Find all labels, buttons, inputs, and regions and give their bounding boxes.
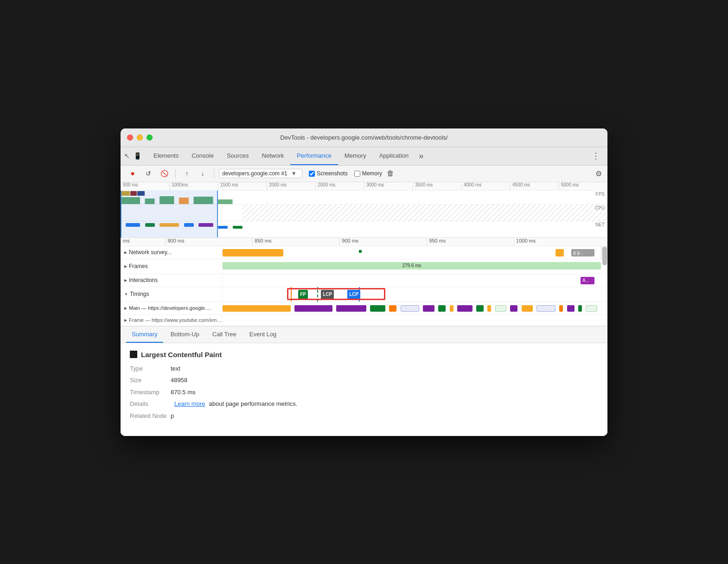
devtools-body: ↖ 📱 Elements Console Sources Network Per… bbox=[121, 147, 607, 436]
detail-tick-1000: 1000 ms bbox=[514, 238, 601, 246]
size-value: 48958 bbox=[171, 376, 187, 385]
main-task-6 bbox=[401, 305, 420, 312]
record-button[interactable]: ● bbox=[126, 167, 139, 180]
tabbar: ↖ 📱 Elements Console Sources Network Per… bbox=[121, 147, 607, 166]
tab-elements[interactable]: Elements bbox=[147, 147, 185, 165]
tab-application[interactable]: Application bbox=[373, 147, 415, 165]
tab-sources[interactable]: Sources bbox=[220, 147, 255, 165]
ruler-tick-1500: 1500 ms bbox=[218, 182, 267, 190]
dropdown-chevron-icon: ▼ bbox=[291, 170, 297, 177]
frames-row: ▶ Frames 279.6 ms bbox=[121, 259, 607, 274]
main-task-2 bbox=[294, 305, 332, 312]
overview-tracks: FPS bbox=[121, 191, 607, 238]
main-task-3 bbox=[336, 305, 366, 312]
timings-row: ▼ Timings FP LCP LCP bbox=[121, 287, 607, 302]
timestamp-value: 870.5 ms bbox=[171, 388, 195, 397]
memory-checkbox[interactable] bbox=[354, 171, 360, 177]
main-thread-label[interactable]: ▶ Main — https://developers.google.com/w… bbox=[121, 302, 223, 314]
interactions-content: A... bbox=[223, 274, 601, 287]
ruler-tick-3500: 3500 ms bbox=[413, 182, 461, 190]
fp-badge: FP bbox=[298, 290, 308, 299]
frames-label[interactable]: ▶ Frames bbox=[121, 259, 223, 274]
interactions-row: ▶ Interactions A... bbox=[121, 274, 607, 287]
detail-ruler: ms 800 ms 850 ms 900 ms 950 ms 1000 ms bbox=[121, 238, 607, 246]
details-key: Details bbox=[130, 399, 167, 409]
kebab-menu-button[interactable]: ⋮ bbox=[588, 151, 604, 161]
main-task-8 bbox=[438, 305, 446, 312]
tab-event-log[interactable]: Event Log bbox=[244, 326, 282, 343]
main-task-20 bbox=[586, 305, 597, 312]
upload-button[interactable]: ↑ bbox=[180, 167, 193, 180]
main-task-18 bbox=[567, 305, 575, 312]
detail-tick-ms: ms bbox=[121, 238, 165, 246]
tab-network[interactable]: Network bbox=[255, 147, 291, 165]
main-task-16 bbox=[536, 305, 556, 312]
details-panel: Largest Contentful Paint Type text Size … bbox=[121, 343, 607, 436]
download-button[interactable]: ↓ bbox=[196, 167, 209, 180]
clear-button[interactable]: 🚫 bbox=[158, 167, 171, 180]
learn-more-link[interactable]: Learn more bbox=[174, 399, 205, 409]
svg-rect-5 bbox=[218, 199, 233, 204]
network-triangle-icon: ▶ bbox=[124, 250, 127, 255]
size-key: Size bbox=[130, 376, 167, 385]
devtools-window: DevTools - developers.google.com/web/too… bbox=[121, 128, 607, 436]
main-thread-content bbox=[223, 302, 601, 314]
reload-button[interactable]: ↺ bbox=[142, 167, 155, 180]
main-task-7 bbox=[423, 305, 434, 312]
device-icon[interactable]: 📱 bbox=[134, 152, 141, 160]
timestamp-key: Timestamp bbox=[130, 388, 167, 397]
network-gray-bar: g g... bbox=[571, 249, 594, 256]
screenshots-checkbox[interactable] bbox=[309, 171, 315, 177]
lcp-icon bbox=[130, 351, 137, 358]
green-dashed-line bbox=[317, 287, 318, 301]
interaction-bar: A... bbox=[581, 277, 594, 284]
details-type-row: Type text bbox=[130, 364, 598, 373]
related-key: Related Node bbox=[130, 411, 167, 421]
toolbar: ● ↺ 🚫 ↑ ↓ developers.google.com #1 ▼ Scr… bbox=[121, 166, 607, 182]
detail-tick-900: 900 ms bbox=[339, 238, 427, 246]
cursor-icon[interactable]: ↖ bbox=[124, 152, 130, 160]
settings-button[interactable]: ⚙ bbox=[595, 169, 602, 178]
timeline-overview[interactable]: 500 ms 1000ms 1500 ms 2000 ms 2500 ms 30… bbox=[121, 182, 607, 238]
screenshots-label[interactable]: Screenshots bbox=[309, 170, 348, 177]
main-task-5 bbox=[389, 305, 396, 312]
minimize-button[interactable] bbox=[137, 135, 143, 141]
interactions-label[interactable]: ▶ Interactions bbox=[121, 274, 223, 287]
lcp-dark-badge: LCP bbox=[321, 290, 334, 299]
details-title: Largest Contentful Paint bbox=[130, 351, 598, 359]
window-title: DevTools - developers.google.com/web/too… bbox=[280, 134, 447, 141]
detail-tick-800: 800 ms bbox=[165, 238, 252, 246]
frame-url-label[interactable]: ▶ Frame — https://www.youtube.com/embed/… bbox=[121, 315, 223, 326]
tab-console[interactable]: Console bbox=[185, 147, 220, 165]
ruler-tick-5000: 5000 ms bbox=[559, 182, 607, 190]
tab-call-tree[interactable]: Call Tree bbox=[207, 326, 242, 343]
timings-label[interactable]: ▼ Timings bbox=[121, 287, 223, 301]
tab-bottom-up[interactable]: Bottom-Up bbox=[165, 326, 205, 343]
main-task-17 bbox=[559, 305, 563, 312]
memory-label[interactable]: Memory bbox=[354, 170, 382, 177]
detail-tick-950: 950 ms bbox=[427, 238, 514, 246]
maximize-button[interactable] bbox=[147, 135, 153, 141]
network-survey-row: ▶ Network survey... g g... bbox=[121, 246, 607, 259]
url-select[interactable]: developers.google.com #1 ▼ bbox=[219, 169, 302, 178]
scrollbar[interactable] bbox=[601, 246, 607, 259]
main-task-12 bbox=[487, 305, 491, 312]
network-survey-label[interactable]: ▶ Network survey... bbox=[121, 246, 223, 259]
close-button[interactable] bbox=[127, 135, 133, 141]
main-task-14 bbox=[510, 305, 517, 312]
screenshots-checkbox-group: Screenshots bbox=[309, 170, 348, 177]
details-size-row: Size 48958 bbox=[130, 376, 598, 385]
url-value: developers.google.com #1 bbox=[222, 170, 287, 177]
main-task-13 bbox=[495, 305, 506, 312]
interactions-triangle-icon: ▶ bbox=[124, 278, 127, 282]
timeline-detail: ms 800 ms 850 ms 900 ms 950 ms 1000 ms ▶… bbox=[121, 238, 607, 327]
tab-summary[interactable]: Summary bbox=[126, 326, 163, 343]
bottom-tabs: Summary Bottom-Up Call Tree Event Log bbox=[121, 327, 607, 343]
tab-memory[interactable]: Memory bbox=[338, 147, 373, 165]
trash-button[interactable]: 🗑 bbox=[387, 169, 394, 178]
overview-selection bbox=[121, 191, 218, 238]
tab-more-button[interactable]: » bbox=[415, 151, 427, 161]
main-task-1 bbox=[223, 305, 291, 312]
tab-performance[interactable]: Performance bbox=[290, 147, 338, 165]
overview-ruler: 500 ms 1000ms 1500 ms 2000 ms 2500 ms 30… bbox=[121, 182, 607, 191]
